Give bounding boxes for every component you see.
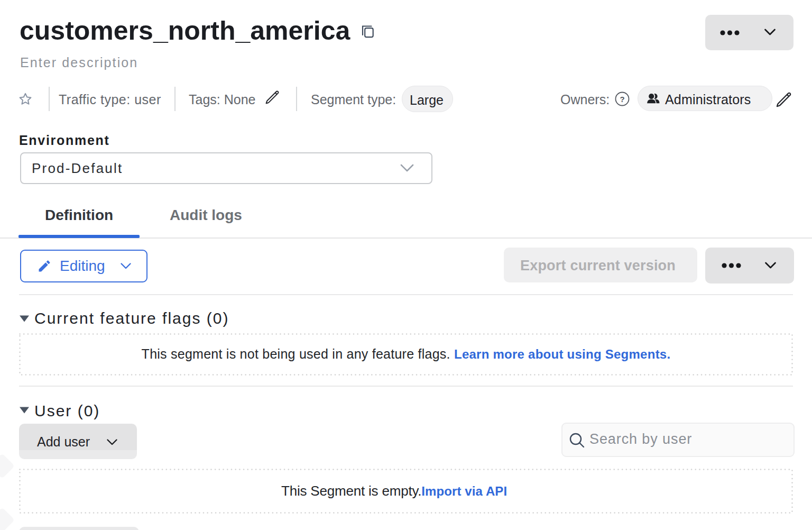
svg-text:?: ?: [620, 95, 624, 104]
